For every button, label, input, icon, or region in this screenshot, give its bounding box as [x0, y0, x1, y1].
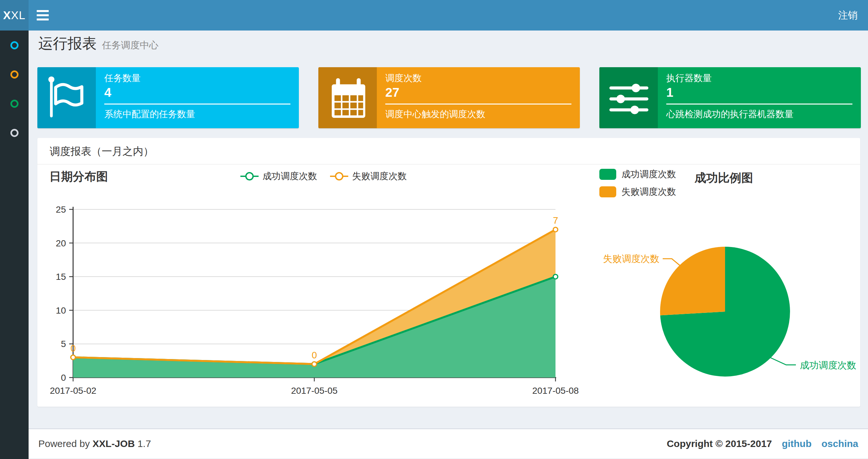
circle-icon [10, 129, 19, 137]
report-panel-title: 调度报表（一月之内） [37, 138, 860, 165]
stat-card-description: 调度中心触发的调度次数 [385, 108, 571, 120]
legend-item-fail[interactable]: 失败调度次数 [330, 170, 407, 183]
version-text: 1.7 [137, 438, 151, 449]
flag-icon [37, 67, 96, 128]
logo-text-bold: X [3, 9, 11, 22]
sidebar [0, 31, 29, 459]
pie-chart-title: 成功比例图 [694, 170, 753, 186]
line-marker-icon [240, 170, 258, 183]
legend-swatch [599, 186, 616, 197]
page-header: 运行报表任务调度中心 [38, 34, 158, 53]
stat-card-divider [666, 103, 852, 104]
stat-card-triggers: 调度次数 27 调度中心触发的调度次数 [318, 67, 580, 128]
stat-card-jobs: 任务数量 4 系统中配置的任务数量 [37, 67, 299, 128]
sidebar-menu-item-4[interactable] [0, 118, 29, 147]
pie-chart-legend: 成功调度次数 失败调度次数 [599, 168, 676, 203]
logo-text: XL [11, 9, 26, 22]
legend-label: 失败调度次数 [621, 186, 676, 198]
stat-card-divider [104, 103, 290, 104]
footer-powered-by: Powered by XXL-JOB 1.7 [38, 438, 151, 449]
stat-card-description: 心跳检测成功的执行器机器数量 [666, 108, 852, 120]
app-logo[interactable]: XXL [0, 0, 29, 31]
stat-card-label: 调度次数 [385, 72, 571, 84]
circle-icon [10, 70, 19, 78]
stat-card-content: 执行器数量 1 心跳检测成功的执行器机器数量 [658, 67, 861, 128]
circle-icon [10, 100, 19, 108]
circle-icon [10, 41, 19, 50]
navbar-body: 注销 [29, 0, 868, 31]
footer: Powered by XXL-JOB 1.7 Copyright © 2015-… [29, 428, 868, 458]
legend-swatch [599, 169, 616, 180]
calendar-icon [318, 67, 377, 128]
powered-by-text: Powered by [38, 438, 90, 449]
top-navbar: XXL 注销 [0, 0, 868, 31]
legend-label: 失败调度次数 [352, 170, 407, 183]
legend-item-success[interactable]: 成功调度次数 [240, 170, 317, 183]
stat-cards-row: 任务数量 4 系统中配置的任务数量 [37, 67, 861, 128]
sidebar-menu-item-1[interactable] [0, 31, 29, 60]
sliders-icon [599, 67, 658, 128]
legend-label: 成功调度次数 [621, 168, 676, 181]
stat-card-description: 系统中配置的任务数量 [104, 108, 290, 120]
sidebar-menu-item-3[interactable] [0, 89, 29, 118]
legend-item-success[interactable]: 成功调度次数 [599, 168, 676, 181]
github-link[interactable]: github [782, 438, 812, 449]
stat-card-content: 任务数量 4 系统中配置的任务数量 [96, 67, 299, 128]
logout-link[interactable]: 注销 [828, 0, 868, 31]
brand-name: XXL-JOB [93, 438, 135, 449]
stat-card-content: 调度次数 27 调度中心触发的调度次数 [377, 67, 580, 128]
copyright-text: Copyright © 2015-2017 [666, 438, 772, 449]
footer-right: Copyright © 2015-2017 github oschina [666, 438, 858, 449]
sidebar-toggle-button[interactable] [29, 0, 57, 31]
page-title: 运行报表 [38, 35, 97, 52]
page-subtitle: 任务调度中心 [102, 40, 158, 50]
stat-card-value: 1 [666, 85, 852, 100]
stat-card-value: 27 [385, 85, 571, 100]
sidebar-menu-item-2[interactable] [0, 60, 29, 89]
stat-card-label: 执行器数量 [666, 72, 852, 84]
stat-card-label: 任务数量 [104, 72, 290, 84]
hamburger-icon [37, 10, 49, 12]
xxl-job-dashboard: XXL 注销 运行报表任务调度中心 任务数量 4 [0, 0, 868, 459]
line-chart-legend: 成功调度次数 失败调度次数 [240, 170, 407, 183]
oschina-link[interactable]: oschina [822, 438, 858, 449]
stat-card-value: 4 [104, 85, 290, 100]
line-marker-icon [330, 170, 348, 183]
legend-label: 成功调度次数 [262, 170, 317, 183]
line-chart-title: 日期分布图 [50, 169, 108, 185]
stat-card-executors: 执行器数量 1 心跳检测成功的执行器机器数量 [599, 67, 861, 128]
stat-card-divider [385, 103, 571, 104]
legend-item-fail[interactable]: 失败调度次数 [599, 186, 676, 198]
